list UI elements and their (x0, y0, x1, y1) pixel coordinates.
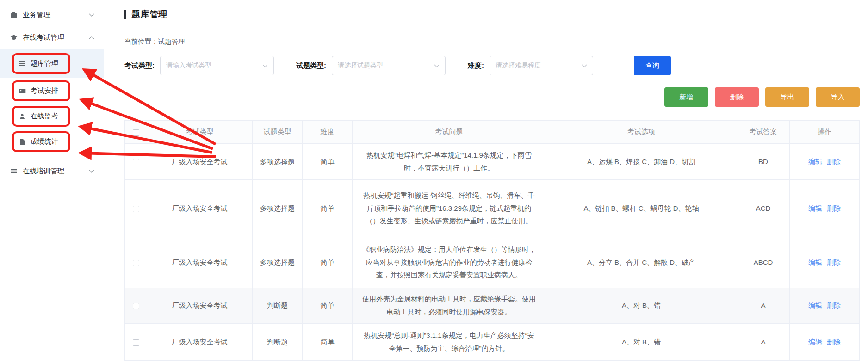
sidebar: 业务管理 在线考试管理 题库管理 (0, 0, 104, 361)
sidebar-item-label: 在线培训管理 (23, 167, 64, 176)
export-button[interactable]: 导出 (765, 87, 809, 107)
question-type-select[interactable]: 请选择试题类型 (332, 56, 446, 75)
cell-question: 《职业病防治法》规定：用人单位在发生（）等情形时，应当对从事接触职业病危害的作业… (353, 237, 546, 288)
sidebar-item-online-training-management[interactable]: 在线培训管理 (0, 160, 104, 182)
cell-difficulty: 简单 (303, 288, 353, 324)
chevron-down-icon (434, 64, 440, 67)
row-checkbox[interactable] (133, 159, 139, 165)
cell-difficulty: 简单 (303, 144, 353, 180)
header-exam-type: 考试类型 (147, 121, 253, 144)
cell-answer: A (737, 324, 790, 361)
exam-type-filter-label: 考试类型: (124, 61, 155, 70)
delete-button[interactable]: 删除 (715, 87, 759, 107)
sidebar-item-score-statistics[interactable]: 成绩统计 (0, 129, 104, 154)
row-checkbox[interactable] (133, 206, 139, 212)
title-bar-mark (124, 10, 126, 19)
sidebar-item-label: 在线考试管理 (23, 33, 64, 42)
delete-link[interactable]: 删除 (827, 301, 841, 309)
user-icon (19, 113, 26, 120)
sidebar-item-question-bank-management[interactable]: 题库管理 (0, 49, 104, 78)
cell-question-type: 多项选择题 (253, 237, 303, 288)
id-card-icon (19, 87, 26, 95)
sidebar-item-label: 题库管理 (31, 59, 58, 68)
cell-question-type: 多项选择题 (253, 180, 303, 237)
sidebar-item-online-proctoring[interactable]: 在线监考 (0, 104, 104, 129)
chevron-up-icon[interactable] (89, 36, 94, 39)
cell-options: A、分立 B、合并 C、解散 D、破产 (546, 237, 737, 288)
page-header: 题库管理 (124, 0, 860, 21)
delete-link[interactable]: 删除 (827, 338, 841, 346)
delete-link[interactable]: 删除 (827, 204, 841, 212)
sidebar-item-exam-schedule[interactable]: 考试安排 (0, 78, 104, 104)
filter-bar: 考试类型: 请输入考试类型 试题类型: 请选择试题类型 难度 (124, 56, 860, 75)
cell-answer: BD (737, 144, 790, 180)
annotation-red-box: 成绩统计 (12, 131, 70, 152)
edit-link[interactable]: 编辑 (808, 301, 822, 309)
edit-link[interactable]: 编辑 (808, 158, 822, 165)
cell-options: A、运煤 B、焊接 C、卸油 D、切割 (546, 144, 737, 180)
select-all-checkbox[interactable] (133, 129, 139, 136)
row-checkbox[interactable] (133, 260, 139, 266)
cell-options: A、对 B、错 (546, 288, 737, 324)
briefcase-icon (10, 11, 18, 18)
page-title: 题库管理 (131, 8, 167, 20)
cell-difficulty: 简单 (303, 237, 353, 288)
exam-type-select[interactable]: 请输入考试类型 (160, 56, 274, 75)
sidebar-item-online-exam-management[interactable]: 在线考试管理 (0, 26, 104, 49)
header-question-type: 试题类型 (253, 121, 303, 144)
question-table: 考试类型 试题类型 难度 考试问题 考试选项 考试答案 操作 厂级入场安全考试 … (124, 120, 860, 361)
cell-question-type: 判断题 (253, 288, 303, 324)
chevron-down-icon (582, 64, 587, 67)
cell-exam-type: 厂级入场安全考试 (147, 324, 253, 361)
chevron-down-icon[interactable] (89, 13, 94, 17)
cell-exam-type: 厂级入场安全考试 (147, 144, 253, 180)
header-difficulty: 难度 (303, 121, 353, 144)
chevron-down-icon[interactable] (89, 170, 94, 173)
sidebar-item-label: 成绩统计 (31, 137, 58, 146)
edit-link[interactable]: 编辑 (808, 338, 822, 346)
file-icon (19, 138, 26, 146)
cell-question: 热机安规“电焊和气焊-基本规定”14.1.9条规定，下雨雪时，不宜露天进行（）工… (353, 144, 546, 180)
add-button[interactable]: 新增 (664, 87, 708, 107)
edit-link[interactable]: 编辑 (808, 258, 822, 266)
difficulty-filter: 难度: 请选择难易程度 (468, 56, 593, 75)
select-placeholder: 请选择难易程度 (496, 61, 541, 70)
delete-link[interactable]: 删除 (827, 258, 841, 266)
annotation-red-box: 题库管理 (12, 53, 70, 74)
import-button[interactable]: 导入 (816, 87, 860, 107)
annotation-red-box: 在线监考 (12, 106, 70, 127)
sidebar-item-label: 在线监考 (31, 112, 58, 121)
delete-link[interactable]: 删除 (827, 158, 841, 165)
sidebar-item-business-management[interactable]: 业务管理 (0, 4, 104, 26)
table-row: 厂级入场安全考试 多项选择题 简单 热机安规“起重和搬运-钢丝绳、纤维绳、吊钩、… (125, 180, 860, 237)
sidebar-item-label: 业务管理 (23, 11, 50, 19)
question-type-filter: 试题类型: 请选择试题类型 (296, 56, 446, 75)
chevron-down-icon (262, 64, 268, 67)
search-button[interactable]: 查询 (634, 56, 671, 75)
divider (104, 26, 868, 26)
cell-question-type: 判断题 (253, 324, 303, 361)
select-placeholder: 请输入考试类型 (166, 61, 211, 70)
cell-question: 热机安规“起重和搬运-钢丝绳、纤维绳、吊钩、滑车、千斤顶和手拉葫芦的使用”16.… (353, 180, 546, 237)
row-checkbox[interactable] (133, 339, 139, 346)
stack-icon (10, 167, 18, 175)
cell-difficulty: 简单 (303, 180, 353, 237)
cell-difficulty: 简单 (303, 324, 353, 361)
table-header-row: 考试类型 试题类型 难度 考试问题 考试选项 考试答案 操作 (125, 121, 860, 144)
question-type-filter-label: 试题类型: (296, 61, 326, 70)
table-row: 厂级入场安全考试 多项选择题 简单 热机安规“电焊和气焊-基本规定”14.1.9… (125, 144, 860, 180)
cell-exam-type: 厂级入场安全考试 (147, 237, 253, 288)
cell-exam-type: 厂级入场安全考试 (147, 180, 253, 237)
difficulty-select[interactable]: 请选择难易程度 (490, 56, 593, 75)
header-question: 考试问题 (353, 121, 546, 144)
row-checkbox[interactable] (133, 303, 139, 309)
main-content: 题库管理 当前位置：试题管理 考试类型: 请输入考试类型 试题类型: 请选择试题… (104, 0, 868, 361)
table-row: 厂级入场安全考试 判断题 简单 热机安规“总则-通则”3.1.1条规定，电力生产… (125, 324, 860, 361)
annotation-red-box: 考试安排 (12, 80, 70, 101)
select-placeholder: 请选择试题类型 (338, 61, 383, 70)
header-options: 考试选项 (546, 121, 737, 144)
cell-answer: A (737, 288, 790, 324)
cell-answer: ACD (737, 180, 790, 237)
edit-link[interactable]: 编辑 (808, 204, 822, 212)
cell-question-type: 多项选择题 (253, 144, 303, 180)
